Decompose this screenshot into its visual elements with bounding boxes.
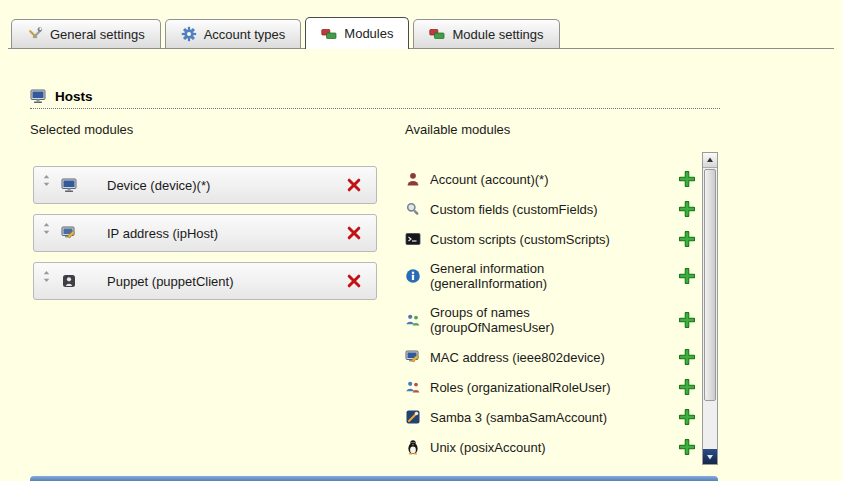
- remove-module-button[interactable]: [346, 177, 362, 193]
- selected-module-row-ip-address[interactable]: IP address (ipHost): [33, 214, 377, 252]
- magnifier-icon: [405, 201, 421, 217]
- remove-module-button[interactable]: [346, 225, 362, 241]
- add-module-button[interactable]: [679, 409, 695, 425]
- groups-icon: [405, 312, 421, 328]
- selected-module-label: Device (device)(*): [107, 178, 346, 193]
- available-module-row-account: Account (account)(*): [405, 164, 701, 194]
- scroll-up-button[interactable]: [703, 153, 717, 168]
- selected-modules-heading: Selected modules: [30, 122, 133, 137]
- selected-module-label: IP address (ipHost): [107, 226, 346, 241]
- available-module-row-custom-fields: Custom fields (customFields): [405, 194, 701, 224]
- scroll-down-button[interactable]: [703, 449, 717, 464]
- puppet-icon: [61, 273, 77, 289]
- modules-bricks-icon: [321, 26, 337, 42]
- arrow-up-icon: [706, 156, 714, 164]
- tab-label: Module settings: [452, 27, 543, 42]
- tab-label: General settings: [50, 27, 145, 42]
- add-module-button[interactable]: [679, 171, 695, 187]
- available-module-label: Unix (posixAccount): [430, 440, 648, 455]
- settings-tabbar: General settings Account types Modules M…: [8, 17, 834, 49]
- drag-handle-icon[interactable]: [41, 175, 52, 186]
- add-module-button[interactable]: [679, 379, 695, 395]
- tab-modules[interactable]: Modules: [305, 17, 409, 49]
- available-module-row-samba-3: Samba 3 (sambaSamAccount): [405, 402, 701, 432]
- available-module-row-windows: Windows (windowsHost)(*): [405, 462, 701, 465]
- available-modules-list: Account (account)(*) Custom fields (cust…: [405, 152, 701, 465]
- terminal-icon: [405, 231, 421, 247]
- available-module-label: MAC address (ieee802device): [430, 350, 648, 365]
- add-module-button[interactable]: [679, 439, 695, 455]
- drag-handle-icon[interactable]: [41, 223, 52, 234]
- add-module-button[interactable]: [679, 268, 695, 284]
- tab-general-settings[interactable]: General settings: [11, 19, 161, 48]
- selected-module-row-device[interactable]: Device (device)(*): [33, 166, 377, 204]
- drag-handle-icon[interactable]: [41, 271, 52, 282]
- tab-label: Modules: [344, 26, 393, 41]
- available-module-label: Account (account)(*): [430, 172, 648, 187]
- scrollbar-thumb[interactable]: [704, 169, 716, 401]
- available-module-row-custom-scripts: Custom scripts (customScripts): [405, 224, 701, 254]
- available-module-label: Custom fields (customFields): [430, 202, 648, 217]
- hosts-section-header: Hosts: [30, 88, 93, 104]
- roles-icon: [405, 379, 421, 395]
- available-modules-scrollbar[interactable]: [702, 152, 718, 465]
- samba-icon: [405, 409, 421, 425]
- available-module-row-general-information: General information (generalInformation): [405, 254, 701, 298]
- mac-address-icon: [405, 349, 421, 365]
- add-module-button[interactable]: [679, 312, 695, 328]
- selected-module-label: Puppet (puppetClient): [107, 274, 346, 289]
- wrench-icon: [27, 26, 43, 42]
- available-module-label: Samba 3 (sambaSamAccount): [430, 410, 648, 425]
- add-module-button[interactable]: [679, 349, 695, 365]
- add-module-button[interactable]: [679, 201, 695, 217]
- selected-modules-list: Device (device)(*) IP address (ipHost): [33, 166, 377, 310]
- unix-penguin-icon: [405, 439, 421, 455]
- next-section-header-bar: [30, 476, 718, 481]
- ip-address-icon: [61, 225, 77, 241]
- section-title: Hosts: [55, 89, 93, 104]
- available-modules-heading: Available modules: [405, 122, 510, 137]
- hosts-monitor-icon: [30, 88, 46, 104]
- tab-account-types[interactable]: Account types: [165, 19, 302, 48]
- selected-module-row-puppet[interactable]: Puppet (puppetClient): [33, 262, 377, 300]
- available-module-label: General information (generalInformation): [430, 261, 648, 291]
- tab-label: Account types: [204, 27, 286, 42]
- lam-configuration-page: General settings Account types Modules M…: [0, 0, 842, 481]
- info-icon: [405, 268, 421, 284]
- add-module-button[interactable]: [679, 231, 695, 247]
- available-module-label: Custom scripts (customScripts): [430, 232, 648, 247]
- arrow-down-icon: [706, 453, 714, 461]
- section-divider: [30, 108, 720, 109]
- available-module-label: Groups of names (groupOfNamesUser): [430, 305, 648, 335]
- device-icon: [61, 177, 77, 193]
- modules-bricks-icon: [429, 26, 445, 42]
- available-module-label: Roles (organizationalRoleUser): [430, 380, 648, 395]
- account-icon: [405, 171, 421, 187]
- remove-module-button[interactable]: [346, 273, 362, 289]
- tab-module-settings[interactable]: Module settings: [413, 19, 559, 48]
- available-module-row-roles: Roles (organizationalRoleUser): [405, 372, 701, 402]
- available-module-row-unix: Unix (posixAccount): [405, 432, 701, 462]
- available-module-row-groups-of-names: Groups of names (groupOfNamesUser): [405, 298, 701, 342]
- available-module-row-mac-address: MAC address (ieee802device): [405, 342, 701, 372]
- gears-icon: [181, 26, 197, 42]
